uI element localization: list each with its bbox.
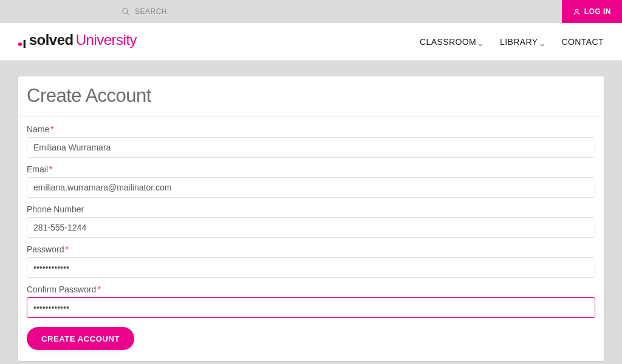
password-input[interactable] xyxy=(27,257,595,278)
create-account-button[interactable]: CREATE ACCOUNT xyxy=(27,327,134,350)
nav-label: LIBRARY xyxy=(500,37,538,47)
label-text: Password xyxy=(27,244,64,254)
required-mark: * xyxy=(49,164,52,174)
nav-links: CLASSROOM LIBRARY CONTACT xyxy=(420,37,604,47)
logo-i: ı xyxy=(22,35,27,52)
logo-dot-icon xyxy=(18,42,22,46)
nav-label: CLASSROOM xyxy=(420,37,476,47)
user-icon xyxy=(573,8,581,16)
brand-logo[interactable]: ı solved University xyxy=(18,32,137,52)
brand-bold: solved xyxy=(29,32,73,49)
card-header: Create Account xyxy=(18,76,604,117)
label-password: Password* xyxy=(27,244,595,254)
nav-item-contact[interactable]: CONTACT xyxy=(562,37,604,47)
label-name: Name* xyxy=(27,124,595,134)
search-label: SEARCH xyxy=(135,7,167,16)
field-name: Name* xyxy=(27,124,595,158)
chevron-down-icon xyxy=(478,39,483,44)
create-account-card: Create Account Name* Email* Phone Number xyxy=(18,76,604,361)
create-account-form: Name* Email* Phone Number Password* xyxy=(18,117,604,361)
content: Create Account Name* Email* Phone Number xyxy=(0,61,622,364)
field-confirm-password: Confirm Password* xyxy=(27,285,595,318)
nav-item-library[interactable]: LIBRARY xyxy=(500,37,544,47)
label-text: Email xyxy=(27,164,48,174)
field-email: Email* xyxy=(27,164,595,198)
required-mark: * xyxy=(65,244,68,254)
label-phone: Phone Number xyxy=(27,204,595,214)
svg-line-1 xyxy=(127,13,129,15)
navbar: ı solved University CLASSROOM LIBRARY CO… xyxy=(0,23,622,61)
label-text: Confirm Password xyxy=(27,285,96,294)
label-text: Name xyxy=(27,124,49,134)
name-input[interactable] xyxy=(27,137,595,158)
page-title: Create Account xyxy=(27,85,595,107)
required-mark: * xyxy=(97,285,100,294)
nav-label: CONTACT xyxy=(562,37,604,47)
search-icon xyxy=(121,7,130,16)
logo-mark: ı xyxy=(18,35,27,52)
label-confirm-password: Confirm Password* xyxy=(27,285,595,294)
phone-input[interactable] xyxy=(27,217,595,238)
login-button[interactable]: LOG IN xyxy=(562,0,622,23)
field-password: Password* xyxy=(27,244,595,278)
field-phone: Phone Number xyxy=(27,204,595,238)
required-mark: * xyxy=(50,124,53,134)
confirm-password-input[interactable] xyxy=(27,297,595,318)
topbar: SEARCH LOG IN xyxy=(0,0,622,23)
svg-point-0 xyxy=(123,8,128,13)
svg-point-2 xyxy=(575,9,578,12)
label-text: Phone Number xyxy=(27,204,84,214)
chevron-down-icon xyxy=(540,39,545,44)
brand-light: University xyxy=(76,32,137,49)
label-email: Email* xyxy=(27,164,595,174)
nav-item-classroom[interactable]: CLASSROOM xyxy=(420,37,483,47)
login-label: LOG IN xyxy=(584,7,611,16)
email-input[interactable] xyxy=(27,177,595,198)
search-trigger[interactable]: SEARCH xyxy=(121,7,167,16)
